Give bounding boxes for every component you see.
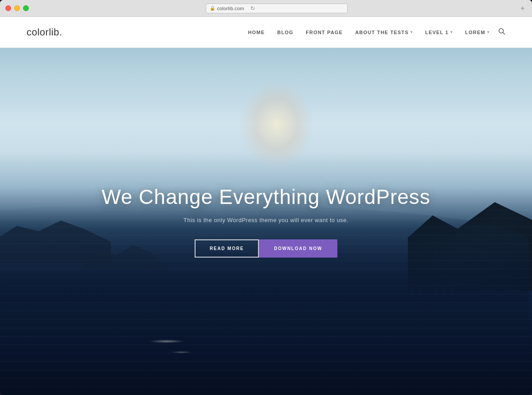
svg-line-1 (503, 32, 505, 34)
reload-button[interactable]: ↻ (249, 5, 256, 12)
navbar: colorlib. HOME BLOG FRONT PAGE ABOUT THE… (0, 17, 532, 48)
hero-title: We Change Everything WordPress (102, 185, 430, 209)
address-input[interactable]: 🔒 colorlib.com ↻ (206, 4, 348, 13)
nav-item-about-tests[interactable]: ABOUT THE TESTS ▾ (355, 30, 413, 35)
about-dropdown-arrow: ▾ (411, 30, 413, 34)
level1-dropdown-arrow: ▾ (450, 30, 453, 34)
download-now-button[interactable]: DOWNLOAD NOW (259, 239, 337, 258)
close-button[interactable] (5, 5, 11, 11)
hero-subtitle: This is the only WordPress theme you wil… (102, 217, 430, 223)
read-more-button[interactable]: READ MORE (195, 239, 259, 258)
nav-item-level1[interactable]: LEVEL 1 ▾ (425, 30, 453, 35)
logo[interactable]: colorlib. (27, 27, 62, 38)
title-bar: 🔒 colorlib.com ↻ + (0, 0, 532, 17)
nav-item-lorem[interactable]: LOREM ▾ (465, 30, 489, 35)
new-tab-button[interactable]: + (519, 4, 527, 12)
nav-menu: HOME BLOG FRONT PAGE ABOUT THE TESTS ▾ L… (248, 30, 489, 35)
browser-window: 🔒 colorlib.com ↻ + colorlib. HOME BLOG F… (0, 0, 532, 395)
hero-buttons: READ MORE DOWNLOAD NOW (102, 239, 430, 258)
address-bar: 🔒 colorlib.com ↻ (34, 4, 519, 13)
nav-item-front-page[interactable]: FRONT PAGE (306, 30, 343, 35)
lorem-dropdown-arrow: ▾ (487, 30, 489, 34)
hero-section: We Change Everything WordPress This is t… (0, 48, 532, 395)
nav-item-home[interactable]: HOME (248, 30, 265, 35)
hero-content: We Change Everything WordPress This is t… (84, 185, 448, 258)
address-text: colorlib.com (217, 6, 244, 11)
lock-icon: 🔒 (210, 6, 215, 11)
maximize-button[interactable] (23, 5, 29, 11)
minimize-button[interactable] (14, 5, 20, 11)
nav-item-blog[interactable]: BLOG (277, 30, 293, 35)
search-icon[interactable] (498, 28, 505, 37)
traffic-lights (5, 5, 29, 11)
